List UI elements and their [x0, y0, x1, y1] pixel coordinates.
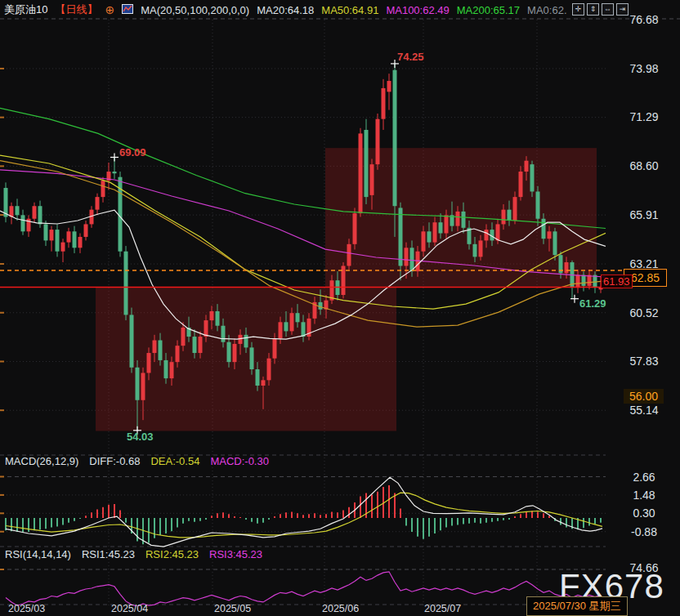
annotation-swing-high: 69.09	[119, 146, 146, 158]
macd-axis-tick: -0.88	[621, 525, 667, 538]
current-price-tag: 61.93	[601, 275, 633, 288]
chart-toolbar: ✛ ⇕ ⇔ ⇥	[572, 3, 629, 16]
add-indicator-icon[interactable]: ⊕	[105, 4, 114, 16]
price-axis-tick: 65.91	[621, 208, 667, 221]
date-axis-tick: 2025/05	[214, 603, 251, 614]
annotation-recent-low: 61.29	[579, 297, 606, 310]
date-axis-tick: 2025/07	[424, 603, 461, 614]
pan-tool-icon[interactable]: ✛	[572, 3, 584, 16]
price-axis-tick: 71.29	[621, 110, 667, 123]
price-axis-tick: 57.83	[621, 355, 667, 368]
rsi-name: RSI(14,14,14)	[5, 548, 71, 560]
alert-price-tag-lower[interactable]: 56.00	[624, 389, 664, 404]
trading-chart-app: 美原油10 【日线】 ⊕ MA(20,50,100,200,0,0) MA20:…	[0, 0, 680, 616]
date-axis-tick: 2025/06	[322, 603, 359, 614]
rsi2-value: RSI2:45.23	[145, 548, 199, 560]
chart-header: 美原油10 【日线】 ⊕ MA(20,50,100,200,0,0) MA20:…	[4, 2, 567, 17]
annotation-swing-low: 54.03	[127, 431, 154, 443]
annotation-peak-high: 74.25	[397, 51, 424, 63]
date-axis-tick: 2025/03	[8, 603, 45, 614]
current-date-badge: 2025/07/30 星期三	[526, 596, 628, 616]
mini-chart-icon[interactable]	[122, 4, 133, 16]
ma20-value: MA20:64.18	[257, 4, 314, 16]
macd-axis-tick: 0.30	[621, 507, 667, 520]
horizontal-scale-icon[interactable]: ⇔	[602, 3, 614, 16]
price-axis-tick: 73.98	[621, 62, 667, 75]
ma50-value: MA50:64.91	[321, 4, 378, 16]
macd-dea: DEA:-0.54	[150, 455, 199, 467]
rsi-indicator-row: RSI(14,14,14) RSI1:45.23 RSI2:45.23 RSI3…	[5, 548, 262, 560]
macd-diff: DIFF:-0.68	[89, 455, 140, 467]
macd-axis-tick: 2.66	[621, 471, 667, 484]
macd-axis-tick: 1.48	[621, 489, 667, 502]
macd-name: MACD(26,12,9)	[5, 455, 78, 467]
rsi3-value: RSI3:45.23	[209, 548, 262, 560]
macd-value: MACD:-0.30	[210, 455, 269, 467]
ma200-value: MA200:65.17	[457, 4, 520, 16]
candlestick-chart-canvas[interactable]	[0, 0, 680, 616]
date-axis-tick: 2025/04	[111, 603, 148, 614]
ma0-value: MA0:62.	[527, 4, 566, 16]
period-label[interactable]: 【日线】	[55, 2, 97, 17]
ma-settings-label: MA(20,50,100,200,0,0)	[141, 4, 249, 16]
price-axis-tick: 68.60	[621, 159, 667, 172]
rsi1-value: RSI1:45.23	[82, 548, 135, 560]
macd-indicator-row: MACD(26,12,9) DIFF:-0.68 DEA:-0.54 MACD:…	[5, 455, 269, 467]
price-axis-tick: 60.52	[621, 306, 667, 319]
price-axis-tick: 76.68	[621, 13, 667, 26]
symbol-name: 美原油10	[4, 2, 47, 17]
ma100-value: MA100:62.49	[386, 4, 449, 16]
vertical-scale-icon[interactable]: ⇕	[587, 3, 599, 16]
price-axis-tick: 55.14	[621, 404, 667, 417]
